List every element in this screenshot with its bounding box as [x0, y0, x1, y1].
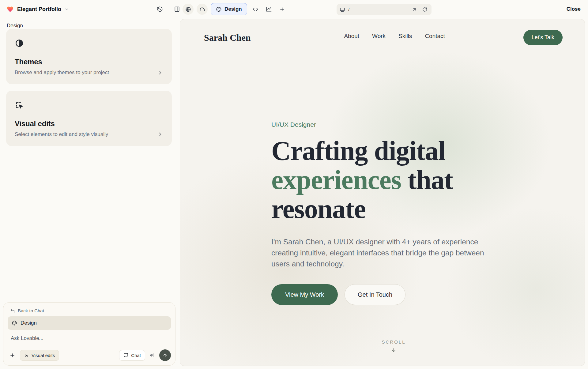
mode-tools-group: Design	[183, 0, 288, 18]
chevron-right-icon	[157, 131, 163, 137]
visual-edits-icon	[24, 353, 29, 358]
arrow-up-icon	[163, 353, 168, 358]
themes-card-title: Themes	[15, 58, 163, 66]
attach-button[interactable]	[8, 351, 17, 360]
visual-edits-card[interactable]: Visual edits Select elements to edit and…	[6, 91, 172, 146]
globe-button[interactable]	[183, 4, 194, 15]
corner-up-left-icon	[10, 308, 15, 313]
hero-heading-line2: experiences that	[271, 165, 510, 194]
back-to-chat-label: Back to Chat	[18, 308, 44, 313]
chat-mode-toggle[interactable]: Chat	[119, 350, 145, 361]
send-button[interactable]	[159, 349, 171, 361]
scroll-label: SCROLL	[382, 339, 405, 345]
nav-link-skills[interactable]: Skills	[398, 33, 412, 40]
scroll-indicator: SCROLL	[382, 339, 405, 353]
url-path[interactable]: /	[348, 7, 349, 12]
close-button[interactable]: Close	[564, 5, 583, 14]
palette-icon	[12, 320, 17, 326]
panel-icon	[174, 6, 180, 12]
history-button[interactable]	[155, 4, 165, 14]
view-my-work-button[interactable]: View My Work	[271, 284, 338, 305]
chevron-right-icon	[157, 70, 163, 76]
hero-heading-accent: experiences	[271, 165, 401, 195]
nav-link-work[interactable]: Work	[372, 33, 386, 40]
themes-card-subtitle: Browse and apply themes to your project	[15, 70, 109, 76]
hero-heading: Crafting digital experiences that resona…	[271, 136, 510, 224]
globe-icon	[185, 6, 191, 12]
cloud-button[interactable]	[197, 4, 208, 15]
voice-input-button[interactable]	[148, 352, 156, 358]
line-chart-icon	[266, 6, 272, 12]
visual-edits-toggle-label: Visual edits	[32, 353, 55, 358]
chat-input[interactable]: Ask Lovable...	[8, 330, 171, 349]
visual-edits-icon	[15, 100, 24, 110]
themes-card[interactable]: Themes Browse and apply themes to your p…	[6, 29, 172, 84]
plus-icon	[9, 352, 15, 358]
history-icon	[157, 6, 163, 12]
refresh-icon	[422, 7, 427, 12]
code-icon	[252, 6, 258, 12]
palette-icon	[216, 6, 222, 12]
top-bar: Elegant Portfolio Design	[0, 0, 588, 18]
site-nav: About Work Skills Contact	[344, 33, 445, 40]
arrow-up-right-icon	[412, 7, 417, 12]
analytics-button[interactable]	[264, 4, 274, 14]
project-name: Elegant Portfolio	[17, 6, 61, 13]
sidebar-title: Design	[7, 23, 179, 29]
hero-heading-line2-rest: that	[401, 165, 453, 195]
chat-mode-toggle-label: Chat	[131, 353, 141, 358]
hero-section: UI/UX Designer Crafting digital experien…	[271, 121, 510, 305]
chat-controls: Visual edits Chat	[8, 349, 171, 361]
design-mode-button[interactable]: Design	[211, 3, 247, 15]
plus-icon	[279, 6, 285, 12]
history-tools-group	[155, 0, 182, 18]
visual-edits-card-title: Visual edits	[15, 119, 163, 128]
chat-mode-design[interactable]: Design	[8, 316, 171, 330]
add-tab-button[interactable]	[277, 4, 288, 14]
open-in-new-tab-button[interactable]	[411, 6, 418, 13]
themes-icon	[15, 39, 24, 48]
url-bar[interactable]: /	[337, 4, 432, 15]
visual-edits-card-subtitle: Select elements to edit and style visual…	[15, 131, 108, 137]
site-preview: Sarah Chen About Work Skills Contact Let…	[180, 19, 585, 366]
site-brand[interactable]: Sarah Chen	[204, 32, 251, 43]
hero-heading-line1: Crafting digital	[271, 136, 510, 165]
site-header: Sarah Chen About Work Skills Contact Let…	[180, 19, 585, 45]
back-to-chat-button[interactable]: Back to Chat	[8, 306, 171, 316]
project-switcher[interactable]: Elegant Portfolio	[6, 0, 69, 18]
hero-eyebrow: UI/UX Designer	[271, 121, 510, 128]
chat-panel: Back to Chat Design Ask Lovable... Visua…	[3, 302, 175, 366]
get-in-touch-button[interactable]: Get In Touch	[345, 284, 405, 305]
lets-talk-button[interactable]: Let's Talk	[523, 30, 563, 45]
waveform-icon	[149, 352, 155, 358]
nav-link-about[interactable]: About	[344, 33, 359, 40]
hero-heading-line3: resonate	[271, 194, 510, 224]
chat-mode-label: Design	[21, 320, 37, 326]
nav-link-contact[interactable]: Contact	[425, 33, 445, 40]
chat-bubble-icon	[123, 353, 128, 358]
design-sidebar: Design Themes Browse and apply themes to…	[0, 18, 179, 369]
device-icon	[340, 7, 345, 12]
panel-toggle-button[interactable]	[172, 4, 182, 14]
code-view-button[interactable]	[250, 4, 261, 14]
chevron-down-icon	[64, 7, 69, 12]
cloud-icon	[199, 6, 205, 12]
design-mode-label: Design	[224, 6, 242, 12]
refresh-button[interactable]	[421, 6, 428, 13]
arrow-down-icon	[382, 348, 405, 353]
visual-edits-toggle[interactable]: Visual edits	[20, 350, 59, 361]
hero-buttons: View My Work Get In Touch	[271, 284, 510, 305]
lovable-logo-icon	[6, 6, 14, 13]
hero-description: I'm Sarah Chen, a UI/UX designer with 4+…	[271, 236, 494, 269]
